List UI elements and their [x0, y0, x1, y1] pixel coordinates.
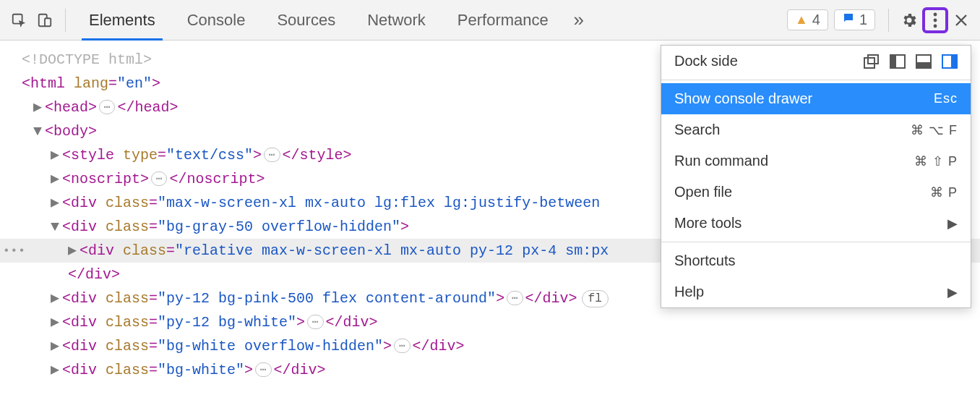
expand-icon[interactable]: ▶ [33, 95, 45, 119]
dock-right-icon[interactable] [942, 54, 958, 69]
kebab-menu-icon[interactable] [922, 7, 948, 33]
ellipsis-icon[interactable]: ⋯ [264, 148, 280, 162]
menu-item-shortcut: ⌘ ⇧ P [914, 153, 958, 169]
devtools-tabs: Elements Console Sources Network Perform… [73, 0, 593, 41]
menu-run-command[interactable]: Run command ⌘ ⇧ P [661, 145, 971, 177]
separator [65, 9, 66, 32]
expand-icon[interactable]: ▶ [51, 167, 62, 191]
menu-item-label: Run command [674, 153, 906, 169]
menu-item-label: Help [674, 284, 939, 300]
tab-elements[interactable]: Elements [73, 0, 171, 41]
dock-undock-icon[interactable] [864, 54, 880, 69]
dock-bottom-icon[interactable] [916, 54, 932, 69]
messages-badge[interactable]: 1 [834, 9, 875, 30]
breadcrumb-dots-icon: ••• [3, 239, 26, 263]
warnings-badge[interactable]: ▲ 4 [787, 9, 828, 30]
tab-console[interactable]: Console [171, 0, 262, 41]
expand-icon[interactable]: ▶ [51, 143, 62, 167]
expand-icon[interactable]: ▶ [51, 191, 62, 215]
code-line-div6[interactable]: ▶<div class="bg-white overflow-hidden">⋯… [0, 334, 980, 358]
menu-item-shortcut: ⌘ ⌥ F [911, 122, 958, 138]
expand-icon[interactable]: ▶ [68, 239, 79, 263]
settings-icon[interactable] [896, 7, 922, 33]
submenu-arrow-icon: ▶ [947, 284, 958, 300]
ellipsis-icon[interactable]: ⋯ [255, 362, 271, 377]
svg-point-4 [934, 18, 937, 22]
separator [661, 80, 971, 80]
devtools-toolbar: Elements Console Sources Network Perform… [0, 0, 980, 41]
expand-icon[interactable]: ▶ [51, 358, 62, 382]
menu-item-label: Open file [674, 184, 921, 200]
svg-rect-13 [952, 55, 957, 68]
menu-item-label: Shortcuts [674, 252, 958, 269]
tab-sources[interactable]: Sources [261, 0, 351, 41]
menu-open-file[interactable]: Open file ⌘ P [661, 177, 971, 208]
inspect-icon[interactable] [6, 7, 32, 33]
menu-item-shortcut: ⌘ P [930, 184, 958, 200]
submenu-arrow-icon: ▶ [947, 216, 958, 232]
menu-show-console-drawer[interactable]: Show console drawer Esc [661, 83, 971, 114]
tab-performance[interactable]: Performance [442, 0, 564, 41]
separator [661, 242, 971, 242]
ellipsis-icon[interactable]: ⋯ [307, 315, 323, 329]
warning-icon: ▲ [795, 12, 808, 27]
warnings-count: 4 [812, 12, 820, 28]
tab-network[interactable]: Network [351, 0, 442, 41]
expand-icon[interactable]: ▶ [51, 310, 62, 334]
code-line-div7[interactable]: ▶<div class="bg-white">⋯</div> [0, 358, 980, 382]
svg-rect-9 [890, 55, 895, 68]
svg-rect-2 [45, 18, 51, 26]
class-pill[interactable]: fl [582, 290, 609, 307]
menu-item-label: Search [674, 122, 902, 138]
separator [888, 9, 889, 32]
svg-rect-7 [868, 55, 878, 64]
svg-point-5 [934, 24, 937, 27]
more-tabs-icon[interactable]: » [564, 0, 593, 41]
expand-icon[interactable]: ▶ [51, 334, 62, 358]
svg-point-3 [934, 12, 937, 16]
code-line-div5[interactable]: ▶<div class="py-12 bg-white">⋯</div> [0, 310, 980, 334]
ellipsis-icon[interactable]: ⋯ [99, 100, 115, 114]
menu-dock-side: Dock side [661, 46, 971, 77]
menu-item-label: More tools [674, 215, 939, 232]
ellipsis-icon[interactable]: ⋯ [151, 171, 167, 186]
kebab-menu-dropdown: Dock side [661, 45, 971, 308]
messages-count: 1 [859, 12, 867, 28]
menu-shortcuts[interactable]: Shortcuts [661, 245, 971, 276]
device-toggle-icon[interactable] [32, 7, 58, 33]
ellipsis-icon[interactable]: ⋯ [507, 291, 523, 305]
collapse-icon[interactable]: ▼ [51, 215, 62, 239]
dock-left-icon[interactable] [890, 54, 906, 69]
message-icon [842, 12, 855, 28]
menu-item-label: Show console drawer [674, 90, 925, 107]
dock-side-label: Dock side [674, 53, 855, 69]
menu-more-tools[interactable]: More tools ▶ [661, 208, 971, 239]
menu-search[interactable]: Search ⌘ ⌥ F [661, 114, 971, 145]
collapse-icon[interactable]: ▼ [33, 119, 45, 143]
close-icon[interactable] [948, 7, 974, 33]
expand-icon[interactable]: ▶ [51, 286, 62, 310]
menu-help[interactable]: Help ▶ [661, 276, 971, 307]
menu-item-shortcut: Esc [934, 91, 958, 106]
ellipsis-icon[interactable]: ⋯ [394, 339, 410, 353]
svg-rect-11 [916, 63, 931, 68]
